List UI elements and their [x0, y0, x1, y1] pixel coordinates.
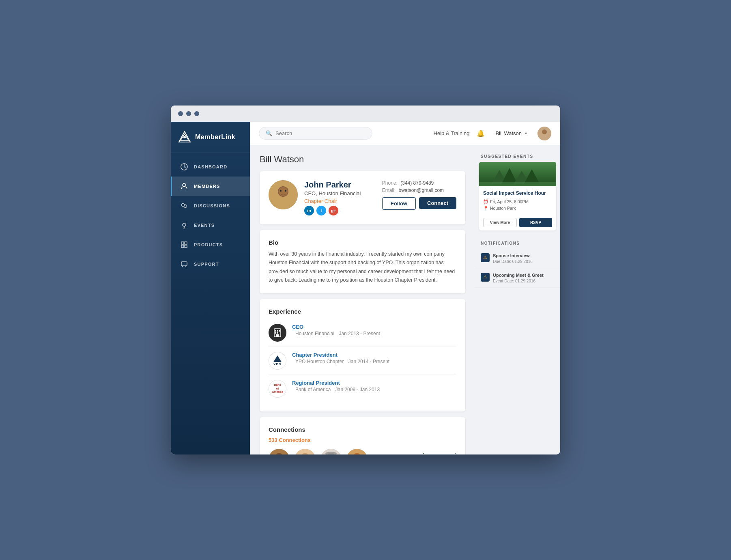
notif-warning-icon-2: ⚠ [481, 273, 490, 282]
connection-avatars: View All [269, 449, 456, 454]
exp-company-ceo: Houston Financial Jan 2013 - Present [292, 331, 380, 336]
svg-point-21 [279, 187, 288, 196]
rsvp-button[interactable]: RSVP [519, 218, 552, 227]
profile-actions: Follow Connect [382, 197, 456, 210]
exp-item-chapter: YPO Chapter President YPO Houston Chapte… [269, 347, 456, 375]
notif-content-2: Upcoming Meet & Greet Event Date: 01.29.… [493, 272, 544, 283]
profile-info: John Parker CEO, Houston Financial Chapt… [304, 180, 376, 215]
experience-card: Experience [260, 299, 465, 411]
notification-2: ⚠ Upcoming Meet & Greet Event Date: 01.2… [475, 268, 560, 288]
connection-avatar-2[interactable] [295, 449, 316, 454]
linkedin-icon[interactable]: in [304, 206, 314, 215]
googleplus-icon[interactable]: g+ [329, 206, 338, 215]
events-label: EVENTS [194, 223, 215, 228]
profile-role: Chapter Chair [304, 198, 376, 204]
bofa-text: BankofAmerica [272, 383, 283, 394]
window-dot-1[interactable] [178, 111, 183, 116]
sidebar-item-members[interactable]: MEMBERS [171, 177, 250, 196]
connections-title: Connections [269, 426, 456, 433]
phone-row: Phone: (344) 879-9489 [382, 180, 456, 186]
products-label: PRODUCTS [194, 242, 223, 247]
bell-icon[interactable]: 🔔 [477, 129, 485, 137]
svg-rect-11 [185, 242, 187, 244]
logo-icon [178, 131, 191, 144]
profile-job-title: CEO, Houston Financial [304, 190, 376, 196]
sidebar: MemberLink DASHBOARD [171, 122, 250, 454]
svg-rect-25 [275, 330, 276, 332]
page-title: Bill Watson [260, 154, 465, 165]
exp-company-chapter: YPO Houston Chapter Jan 2014 - Present [292, 359, 389, 364]
event-image [479, 162, 556, 186]
view-all-button[interactable]: View All [423, 453, 456, 454]
topbar-right: Help & Training 🔔 Bill Watson ▾ [434, 127, 551, 140]
search-input[interactable] [275, 130, 366, 136]
user-pill[interactable]: Bill Watson ▾ [492, 129, 530, 138]
svg-point-9 [183, 223, 186, 226]
event-date: ⏰ Fri, April 25, 6:00PM [483, 199, 552, 205]
svg-point-6 [183, 183, 186, 187]
profile-avatar [269, 180, 298, 209]
experience-title: Experience [269, 308, 456, 315]
email-row: Email: bwatson@gmail.com [382, 187, 456, 193]
view-more-button[interactable]: View More [483, 218, 517, 227]
sidebar-item-dashboard[interactable]: DASHBOARD [171, 157, 250, 177]
svg-point-8 [184, 205, 187, 208]
sidebar-item-discussions[interactable]: DISCUSSIONS [171, 196, 250, 215]
search-box[interactable]: 🔍 [259, 127, 372, 140]
dashboard-label: DASHBOARD [194, 164, 227, 169]
event-location: 📍 Houston Park [483, 206, 552, 211]
twitter-icon[interactable]: t [316, 206, 326, 215]
notif-title-2: Upcoming Meet & Greet [493, 272, 544, 278]
topbar: 🔍 Help & Training 🔔 Bill Watson ▾ [250, 122, 560, 145]
window-dot-3[interactable] [194, 111, 199, 116]
logo-text: MemberLink [195, 134, 235, 141]
content-body: Bill Watson [250, 145, 560, 454]
members-label: MEMBERS [194, 184, 220, 189]
products-icon [180, 241, 188, 249]
notification-1: ⚠ Spouse Interview Due Date: 01.29.2016 [475, 249, 560, 268]
event-actions: View More RSVP [479, 215, 556, 230]
events-icon [180, 221, 188, 229]
sidebar-logo-area: MemberLink [171, 122, 250, 153]
svg-rect-12 [181, 245, 184, 248]
exp-logo-houston [269, 324, 286, 342]
ypo-triangle [273, 355, 282, 362]
connection-avatar-3[interactable] [320, 449, 342, 454]
svg-rect-30 [276, 334, 279, 337]
user-avatar[interactable] [538, 127, 551, 140]
sidebar-item-products[interactable]: PRODUCTS [171, 235, 250, 254]
exp-details-chapter: Chapter President YPO Houston Chapter Ja… [292, 352, 389, 364]
app-layout: MemberLink DASHBOARD [171, 122, 560, 454]
svg-rect-28 [275, 332, 276, 334]
notif-title-1: Spouse Interview [493, 253, 533, 258]
sidebar-item-events[interactable]: EVENTS [171, 215, 250, 235]
suggested-events-title: SUGGESTED EVENTS [475, 149, 560, 162]
bio-text: With over 30 years in the financial indu… [269, 250, 456, 284]
event-card: Social Impact Service Hour ⏰ Fri, April … [479, 162, 556, 230]
ypo-text: YPO [273, 362, 282, 366]
bio-title: Bio [269, 239, 456, 246]
notif-date-1: Due Date: 01.29.2016 [493, 259, 533, 264]
window-dot-2[interactable] [186, 111, 191, 116]
svg-line-5 [184, 167, 186, 168]
svg-rect-52 [479, 182, 556, 186]
connect-button[interactable]: Connect [419, 197, 456, 209]
exp-details-regional: Regional President Bank of America Jan 2… [292, 380, 380, 392]
help-training-link[interactable]: Help & Training [434, 130, 470, 136]
chevron-icon: ▾ [525, 131, 527, 136]
right-panel: › SUGGESTED EVENTS [475, 145, 560, 454]
bio-card: Bio With over 30 years in the financial … [260, 230, 465, 293]
discussions-label: DISCUSSIONS [194, 203, 230, 208]
follow-button[interactable]: Follow [382, 197, 416, 210]
title-bar [171, 106, 560, 122]
connection-avatar-4[interactable] [346, 449, 368, 454]
email-label: Email: [382, 187, 396, 193]
connection-avatar-1[interactable] [269, 449, 290, 454]
exp-details-ceo: CEO Houston Financial Jan 2013 - Present [292, 324, 380, 336]
email-value: bwatson@gmail.com [399, 187, 444, 193]
svg-point-2 [183, 136, 186, 138]
profile-contact: Phone: (344) 879-9489 Email: bwatson@gma… [382, 180, 456, 210]
notif-content-1: Spouse Interview Due Date: 01.29.2016 [493, 253, 533, 264]
svg-rect-10 [181, 242, 184, 244]
sidebar-item-support[interactable]: SUPPORT [171, 254, 250, 274]
